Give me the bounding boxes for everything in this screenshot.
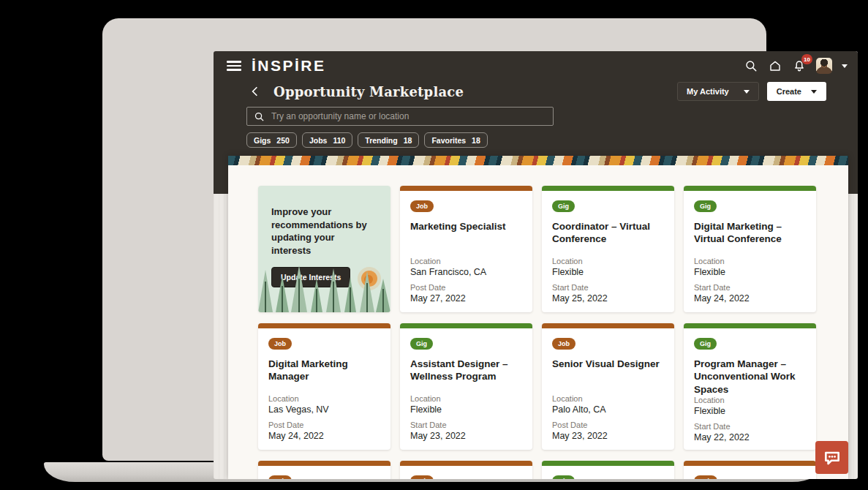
opportunity-card[interactable]: Gig Coordinator – Virtual Conference Loc… bbox=[542, 186, 674, 312]
card-location-value: Flexible bbox=[552, 267, 664, 277]
card-location-label: Location bbox=[552, 394, 664, 403]
card-date-label: Post Date bbox=[268, 421, 380, 429]
card-accent-bar bbox=[400, 323, 532, 328]
card-title: Coordinator – Virtual Conference bbox=[552, 220, 664, 246]
card-meta: Location Flexible Start Date May 24, 202… bbox=[694, 257, 806, 304]
card-meta: Location Flexible Start Date May 25, 202… bbox=[552, 257, 664, 304]
card-accent-bar bbox=[542, 323, 674, 328]
chevron-down-icon bbox=[744, 90, 750, 94]
hamburger-icon[interactable] bbox=[227, 61, 241, 71]
pine-trees-illustration bbox=[258, 260, 390, 312]
profile-chevron-down-icon[interactable] bbox=[842, 64, 848, 68]
card-date-label: Post Date bbox=[410, 283, 522, 292]
filter-chip[interactable]: Favorites 18 bbox=[424, 132, 487, 148]
opportunity-card[interactable]: Gig Program Manager – Unconventional Wor… bbox=[684, 323, 816, 450]
opportunity-card[interactable]: Gig Digital Marketing – Virtual Conferen… bbox=[684, 186, 816, 312]
card-title: Marketing Specialist bbox=[410, 220, 522, 233]
filter-chip-count: 110 bbox=[333, 136, 345, 145]
card-date-label: Start Date bbox=[410, 421, 522, 429]
search-box[interactable] bbox=[246, 107, 554, 126]
card-type-badge: Job bbox=[694, 475, 717, 479]
bell-icon[interactable]: 10 bbox=[792, 59, 807, 73]
create-button[interactable]: Create bbox=[767, 82, 826, 101]
card-accent-bar bbox=[684, 461, 816, 466]
filter-chip[interactable]: Gigs 250 bbox=[246, 132, 297, 148]
chevron-down-icon bbox=[811, 90, 817, 94]
filter-chip[interactable]: Trending 18 bbox=[358, 132, 419, 148]
opportunity-card[interactable]: Job bbox=[684, 461, 816, 479]
card-meta: Location San Francisco, CA Post Date May… bbox=[410, 257, 522, 304]
search-input[interactable] bbox=[271, 111, 546, 121]
avatar[interactable] bbox=[816, 58, 832, 74]
screen: İNSPİRE 10 bbox=[214, 51, 858, 479]
stage: İNSPİRE 10 bbox=[0, 0, 868, 490]
card-location-value: Flexible bbox=[694, 406, 806, 416]
opportunity-card[interactable]: Gig bbox=[542, 461, 674, 479]
card-type-badge: Job bbox=[410, 200, 434, 212]
opportunity-card[interactable]: Job Marketing Specialist Location San Fr… bbox=[400, 186, 532, 312]
card-accent-bar bbox=[258, 323, 390, 328]
card-date-value: May 25, 2022 bbox=[552, 293, 664, 304]
opportunity-card[interactable]: Job bbox=[400, 461, 532, 479]
card-title: Senior Visual Designer bbox=[552, 358, 664, 370]
my-activity-button[interactable]: My Activity bbox=[677, 82, 759, 101]
card-date-label: Start Date bbox=[694, 283, 806, 292]
brand-logo: İNSPİRE bbox=[252, 57, 326, 75]
card-location-value: Las Vegas, NV bbox=[268, 404, 380, 415]
card-date-label: Start Date bbox=[552, 283, 664, 292]
card-accent-bar bbox=[400, 186, 532, 191]
card-location-value: Palo Alto, CA bbox=[552, 404, 664, 415]
card-meta: Location Flexible Start Date May 22, 202… bbox=[694, 396, 806, 442]
card-location-label: Location bbox=[268, 394, 380, 403]
card-type-badge: Job bbox=[268, 338, 292, 350]
card-location-value: San Francisco, CA bbox=[410, 267, 522, 277]
filter-chip-row: Gigs 250 Jobs 110 Trending 18 Favorites … bbox=[246, 132, 858, 148]
filter-chip-count: 18 bbox=[472, 136, 480, 145]
card-accent-bar bbox=[684, 186, 816, 191]
chat-launcher-button[interactable] bbox=[815, 441, 848, 474]
opportunity-card[interactable]: Job bbox=[258, 461, 390, 479]
my-activity-label: My Activity bbox=[687, 87, 729, 96]
card-location-value: Flexible bbox=[694, 267, 806, 277]
promo-text: Improve your recommendations by updating… bbox=[258, 186, 390, 257]
card-accent-bar bbox=[258, 461, 390, 466]
filter-chip-label: Favorites bbox=[431, 136, 466, 145]
opportunity-card[interactable]: Gig Assistant Designer – Wellness Progra… bbox=[400, 323, 532, 450]
card-location-value: Flexible bbox=[410, 404, 522, 415]
card-date-value: May 23, 2022 bbox=[552, 431, 664, 441]
card-accent-bar bbox=[400, 461, 532, 466]
card-date-label: Start Date bbox=[694, 422, 806, 431]
card-date-value: May 24, 2022 bbox=[268, 431, 380, 441]
card-meta: Location Flexible Start Date May 23, 202… bbox=[410, 394, 522, 441]
card-title: Program Manager – Unconventional Work Sp… bbox=[694, 358, 806, 396]
card-accent-bar bbox=[684, 323, 816, 328]
back-chevron-icon[interactable] bbox=[249, 85, 262, 98]
card-meta: Location Las Vegas, NV Post Date May 24,… bbox=[268, 394, 380, 441]
card-date-value: May 27, 2022 bbox=[410, 293, 522, 304]
card-meta: Location Palo Alto, CA Post Date May 23,… bbox=[552, 394, 664, 441]
card-grid: Improve your recommendations by updating… bbox=[228, 165, 848, 479]
filter-chip[interactable]: Jobs 110 bbox=[302, 132, 352, 148]
home-icon[interactable] bbox=[768, 59, 782, 73]
opportunity-card[interactable]: Job Digital Marketing Manager Location L… bbox=[258, 323, 390, 450]
card-type-badge: Job bbox=[410, 475, 434, 479]
card-type-badge: Job bbox=[552, 338, 575, 350]
card-location-label: Location bbox=[694, 396, 806, 404]
decorative-pattern-banner bbox=[228, 156, 848, 165]
content-sheet: Improve your recommendations by updating… bbox=[228, 156, 848, 479]
card-location-label: Location bbox=[552, 257, 664, 265]
filter-chip-label: Trending bbox=[365, 136, 397, 145]
laptop-frame: İNSPİRE 10 bbox=[102, 18, 766, 461]
card-location-label: Location bbox=[410, 257, 522, 265]
filter-chip-label: Jobs bbox=[309, 136, 328, 145]
magnifier-icon bbox=[254, 111, 265, 122]
card-accent-bar bbox=[542, 461, 674, 466]
card-date-value: May 23, 2022 bbox=[410, 431, 522, 441]
opportunity-card[interactable]: Job Senior Visual Designer Location Palo… bbox=[542, 323, 674, 450]
search-icon[interactable] bbox=[744, 59, 758, 73]
notification-badge: 10 bbox=[801, 54, 812, 64]
card-accent-bar bbox=[542, 186, 674, 191]
card-location-label: Location bbox=[410, 394, 522, 403]
card-type-badge: Job bbox=[268, 475, 292, 479]
filter-chip-count: 18 bbox=[404, 136, 412, 145]
